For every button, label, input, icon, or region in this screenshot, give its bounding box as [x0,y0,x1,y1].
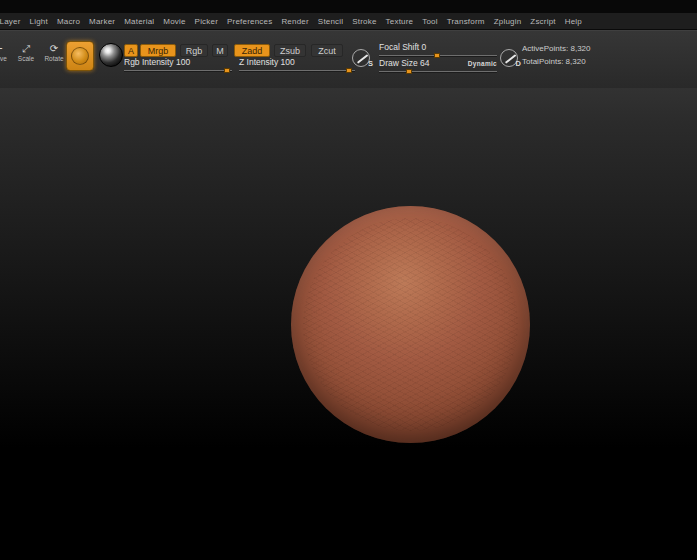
move-button[interactable]: + Move [0,43,12,62]
zbrush-app: Layer Light Macro Marker Material Movie … [0,0,697,560]
draw-mode-button[interactable] [66,41,94,71]
point-stats: ActivePoints: 8,320 TotalPoints: 8,320 [522,44,590,66]
top-shelf: + Move ⤢ Scale ⟳ Rotate A Mrgb Rgb M Zad… [0,30,697,89]
menu-item-texture[interactable]: Texture [381,17,418,26]
move-icon: + [0,43,3,54]
z-intensity-track [239,70,355,71]
stroke-icon-letter: S [368,59,373,68]
draw-size-handle[interactable] [406,69,412,74]
a-toggle-button[interactable]: A [124,44,138,57]
z-intensity-label: Z Intensity 100 [239,57,295,67]
menu-bar: Layer Light Macro Marker Material Movie … [0,13,697,30]
menu-item-movie[interactable]: Movie [159,17,190,26]
menu-item-marker[interactable]: Marker [85,17,120,26]
rgb-intensity-label: Rgb Intensity 100 [124,57,190,67]
draw-size-label: Draw Size 64 [379,58,430,68]
rotate-icon: ⟳ [50,43,58,54]
scale-label: Scale [18,55,34,62]
scale-icon: ⤢ [22,43,30,54]
menu-item-picker[interactable]: Picker [190,17,222,26]
menu-item-help[interactable]: Help [560,17,586,26]
rgb-intensity-slider[interactable]: Rgb Intensity 100 [124,57,232,71]
menu-item-material[interactable]: Material [120,17,159,26]
menu-item-render[interactable]: Render [277,17,313,26]
pencil-icon [505,54,516,63]
focal-shift-label: Focal Shift 0 [379,42,426,52]
rotate-label: Rotate [44,55,63,62]
menu-item-tool[interactable]: Tool [418,17,442,26]
dynamic-label: Dynamic [468,60,497,67]
sculpt-sphere[interactable] [291,206,530,443]
draw-brush-icon [71,47,89,65]
draw-size-track [379,71,497,72]
zsub-button[interactable]: Zsub [274,44,306,57]
rgb-intensity-handle[interactable] [224,68,230,73]
rotate-button[interactable]: ⟳ Rotate [40,43,68,62]
window-top-strip [0,0,697,13]
stroke-circle-icon[interactable]: S [352,49,370,67]
scale-button[interactable]: ⤢ Scale [13,43,39,62]
z-intensity-slider[interactable]: Z Intensity 100 [239,57,355,71]
zcut-button[interactable]: Zcut [311,44,343,57]
menu-item-layer[interactable]: Layer [0,17,25,26]
rgb-button[interactable]: Rgb [180,44,208,57]
menu-item-zplugin[interactable]: Zplugin [489,17,526,26]
material-sphere-icon[interactable] [99,43,123,67]
draw-size-slider[interactable]: Draw Size 64 Dynamic [379,58,497,72]
focal-shift-slider[interactable]: Focal Shift 0 [379,42,497,56]
rgb-intensity-track [124,70,232,71]
total-points-text: TotalPoints: 8,320 [522,57,590,66]
focal-shift-track [379,55,497,56]
z-intensity-handle[interactable] [346,68,352,73]
depth-icon-letter: D [516,59,521,68]
viewport-canvas[interactable] [0,88,697,560]
menu-item-macro[interactable]: Macro [52,17,84,26]
mrgb-button[interactable]: Mrgb [140,44,176,57]
pencil-icon [357,54,368,63]
zadd-button[interactable]: Zadd [234,44,270,57]
menu-item-preferences[interactable]: Preferences [223,17,277,26]
depth-circle-icon[interactable]: D [500,49,518,67]
menu-item-transform[interactable]: Transform [442,17,489,26]
menu-item-light[interactable]: Light [25,17,52,26]
move-label: Move [0,55,7,62]
menu-item-stroke[interactable]: Stroke [348,17,381,26]
menu-item-stencil[interactable]: Stencil [313,17,347,26]
menu-item-zscript[interactable]: Zscript [526,17,560,26]
m-button[interactable]: M [212,44,228,57]
active-points-text: ActivePoints: 8,320 [522,44,590,53]
